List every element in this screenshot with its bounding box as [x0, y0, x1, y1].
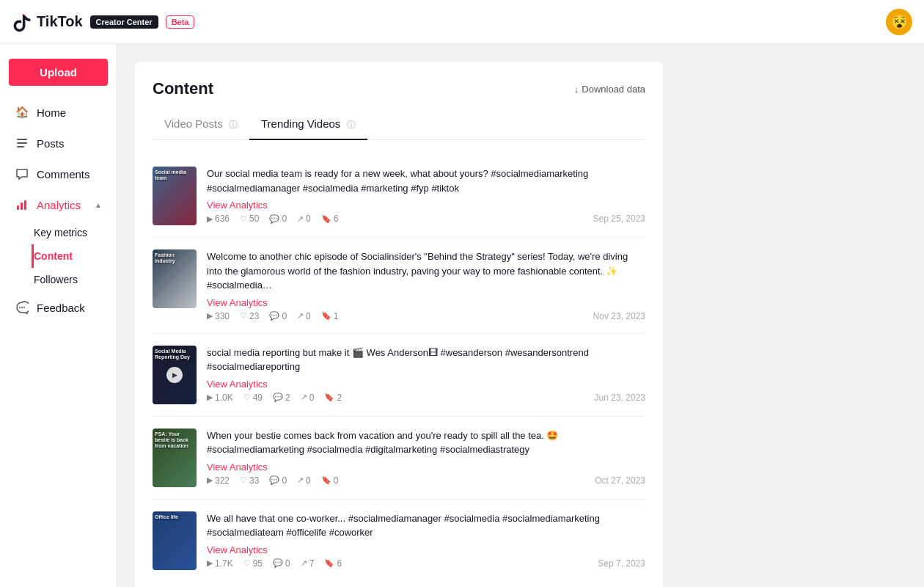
- tiktok-logo: TikTok: [12, 12, 83, 32]
- video-stats: ▶ 322 ♡ 33 💬 0 ↗ 0: [207, 475, 338, 486]
- stat-plays: ▶ 322: [207, 475, 230, 486]
- header-left: TikTok Creator Center Beta: [12, 12, 194, 32]
- list-item: PSA: Your bestie is back from vacation W…: [153, 417, 645, 500]
- video-description: Our social media team is ready for a new…: [207, 167, 645, 195]
- key-metrics-label: Key metrics: [34, 227, 87, 238]
- thumb-label: Social media team: [155, 169, 194, 182]
- sidebar-item-analytics[interactable]: Analytics ▲: [3, 190, 114, 219]
- sidebar-item-followers[interactable]: Followers: [34, 268, 117, 291]
- shares-icon: ↗: [297, 214, 304, 224]
- saves-count: 6: [334, 214, 339, 224]
- view-analytics-link[interactable]: View Analytics: [207, 297, 645, 308]
- download-data-link[interactable]: ↓ Download data: [574, 84, 645, 95]
- avatar[interactable]: 😵: [886, 9, 912, 35]
- view-analytics-link[interactable]: View Analytics: [207, 379, 645, 390]
- content-tabs: Video Posts ⓘ Trending Videos ⓘ: [153, 110, 645, 140]
- tab-video-posts[interactable]: Video Posts ⓘ: [153, 110, 249, 140]
- comments-icon: 💬: [269, 214, 279, 224]
- video-stats-row: ▶ 1.0K ♡ 49 💬 2 ↗ 0: [207, 393, 645, 403]
- likes-icon: ♡: [243, 393, 251, 402]
- shares-count: 7: [309, 558, 315, 569]
- sidebar: Upload 🏠 Home Posts Comments: [0, 44, 117, 587]
- view-analytics-link[interactable]: View Analytics: [207, 462, 645, 473]
- plays-icon: ▶: [207, 558, 213, 568]
- video-stats: ▶ 1.7K ♡ 95 💬 0 ↗ 7: [207, 558, 342, 569]
- svg-point-6: [19, 307, 21, 308]
- video-content: We all have that one co-worker... #socia…: [207, 511, 645, 570]
- likes-count: 23: [249, 311, 259, 321]
- sidebar-item-comments[interactable]: Comments: [3, 159, 114, 189]
- sidebar-item-posts[interactable]: Posts: [3, 128, 114, 158]
- video-description: We all have that one co-worker... #socia…: [207, 511, 645, 540]
- view-analytics-link[interactable]: View Analytics: [207, 200, 645, 211]
- video-description: Welcome to another chic episode of Socia…: [207, 249, 645, 293]
- comments-count: 0: [282, 214, 287, 224]
- comments-icon: 💬: [269, 311, 279, 321]
- video-description: social media reporting but make it 🎬 Wes…: [207, 346, 645, 374]
- video-date: Oct 27, 2023: [595, 475, 645, 486]
- svg-rect-5: [24, 200, 26, 210]
- view-analytics-link[interactable]: View Analytics: [207, 544, 645, 555]
- followers-label: Followers: [34, 274, 78, 285]
- tiktok-text: TikTok: [37, 13, 83, 30]
- saves-icon: 🔖: [321, 214, 331, 224]
- sidebar-item-analytics-label: Analytics: [37, 199, 81, 211]
- stat-shares: ↗ 0: [297, 214, 311, 224]
- sidebar-item-feedback[interactable]: Feedback: [3, 293, 114, 322]
- sidebar-item-comments-label: Comments: [37, 168, 90, 181]
- shares-count: 0: [309, 393, 315, 403]
- video-content: Welcome to another chic episode of Socia…: [207, 249, 645, 321]
- video-stats-row: ▶ 322 ♡ 33 💬 0 ↗ 0: [207, 475, 645, 486]
- video-stats: ▶ 1.0K ♡ 49 💬 2 ↗ 0: [207, 393, 342, 403]
- likes-icon: ♡: [240, 475, 247, 485]
- sidebar-nav: 🏠 Home Posts Comments: [0, 98, 117, 322]
- plays-count: 1.0K: [215, 393, 233, 403]
- thumb-label: Social Media Reporting Day: [155, 349, 194, 361]
- video-thumbnail: Social Media Reporting Day ▶: [153, 346, 197, 404]
- plays-count: 322: [215, 475, 230, 486]
- stat-likes: ♡ 33: [240, 475, 259, 486]
- sidebar-item-home[interactable]: 🏠 Home: [3, 98, 114, 127]
- video-description: When your bestie comes back from vacatio…: [207, 429, 645, 457]
- stat-shares: ↗ 0: [297, 475, 311, 486]
- stat-comments: 💬 0: [273, 558, 290, 569]
- header: TikTok Creator Center Beta 😵: [0, 0, 924, 44]
- beta-badge: Beta: [166, 15, 195, 29]
- page-title: Content: [153, 79, 213, 98]
- analytics-submenu: Key metrics Content Followers: [0, 221, 117, 291]
- comments-count: 0: [285, 558, 290, 569]
- video-thumbnail: Fashion Industry: [153, 249, 197, 308]
- likes-count: 95: [253, 558, 263, 569]
- main-content: Content ↓ Download data Video Posts ⓘ Tr…: [117, 44, 924, 587]
- stat-saves: 🔖 2: [324, 393, 342, 403]
- play-button[interactable]: ▶: [166, 367, 183, 383]
- stat-likes: ♡ 50: [240, 214, 259, 224]
- stat-saves: 🔖 1: [321, 311, 339, 321]
- home-icon: 🏠: [15, 105, 29, 120]
- comments-count: 0: [282, 475, 287, 486]
- likes-count: 49: [253, 393, 263, 403]
- sidebar-item-content[interactable]: Content: [32, 244, 117, 268]
- sidebar-item-key-metrics[interactable]: Key metrics: [34, 221, 117, 244]
- plays-count: 330: [215, 311, 230, 321]
- comments-icon: 💬: [273, 558, 283, 568]
- video-stats: ▶ 636 ♡ 50 💬 0 ↗ 0: [207, 214, 338, 224]
- trending-videos-info-icon[interactable]: ⓘ: [347, 120, 356, 130]
- stat-comments: 💬 0: [269, 311, 287, 321]
- stat-comments: 💬 0: [269, 214, 287, 224]
- likes-icon: ♡: [243, 558, 251, 568]
- video-list: Social media team Our social media team …: [153, 155, 645, 582]
- stat-plays: ▶ 1.7K: [207, 558, 233, 569]
- saves-count: 0: [334, 475, 339, 486]
- list-item: Social media team Our social media team …: [153, 155, 645, 238]
- stat-saves: 🔖 6: [321, 214, 339, 224]
- video-posts-info-icon[interactable]: ⓘ: [229, 120, 238, 130]
- upload-button[interactable]: Upload: [9, 59, 108, 86]
- video-stats-row: ▶ 1.7K ♡ 95 💬 0 ↗ 7: [207, 558, 645, 569]
- tab-trending-videos[interactable]: Trending Videos ⓘ: [249, 110, 367, 140]
- saves-icon: 🔖: [321, 475, 331, 485]
- stat-plays: ▶ 1.0K: [207, 393, 233, 403]
- video-thumbnail: Social media team: [153, 167, 197, 225]
- likes-icon: ♡: [240, 214, 247, 224]
- stat-saves: 🔖 0: [321, 475, 339, 486]
